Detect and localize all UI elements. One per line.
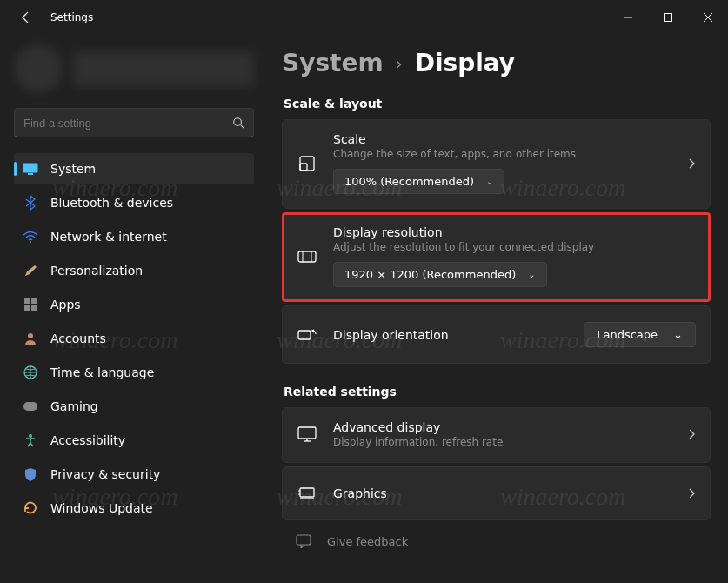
sidebar-item-apps[interactable]: Apps <box>14 289 254 320</box>
svg-rect-20 <box>298 331 311 339</box>
graphics-card[interactable]: Graphics <box>282 466 711 520</box>
resolution-value: 1920 × 1200 (Recommended) <box>344 268 516 281</box>
advanced-title: Advanced display <box>333 420 677 434</box>
profile-text <box>73 51 254 86</box>
svg-rect-8 <box>31 298 37 304</box>
svg-rect-4 <box>23 164 38 173</box>
update-icon <box>23 500 38 516</box>
titlebar: Settings <box>0 0 728 35</box>
svg-point-6 <box>30 241 31 243</box>
orientation-card[interactable]: Display orientation Landscape ⌄ <box>282 305 711 364</box>
resolution-card[interactable]: Display resolution Adjust the resolution… <box>282 212 711 302</box>
search-icon <box>232 117 244 129</box>
svg-rect-1 <box>665 14 672 22</box>
shield-icon <box>23 466 38 482</box>
sidebar-item-update[interactable]: Windows Update <box>14 493 254 524</box>
orientation-title: Display orientation <box>333 328 584 342</box>
search-input[interactable] <box>14 108 254 137</box>
orientation-value: Landscape <box>597 328 658 341</box>
scale-value: 100% (Recommended) <box>344 175 474 188</box>
breadcrumb-parent[interactable]: System <box>282 49 384 77</box>
feedback-icon <box>296 534 311 548</box>
svg-line-3 <box>241 125 244 129</box>
window-title: Settings <box>50 11 93 23</box>
chevron-right-icon <box>687 157 696 170</box>
avatar <box>14 44 63 93</box>
sidebar-item-label: Accessibility <box>50 433 125 447</box>
sidebar-item-personalization[interactable]: Personalization <box>14 255 254 286</box>
svg-rect-17 <box>298 251 316 262</box>
sidebar-item-accounts[interactable]: Accounts <box>14 323 254 354</box>
search-field[interactable] <box>23 117 232 130</box>
close-button[interactable] <box>688 0 728 35</box>
resolution-dropdown[interactable]: 1920 × 1200 (Recommended) ⌄ <box>333 262 547 287</box>
svg-rect-21 <box>298 427 316 439</box>
sidebar-item-label: Bluetooth & devices <box>50 196 173 210</box>
content: System › Display Scale & layout Scale Ch… <box>268 35 728 583</box>
sidebar-item-label: Accounts <box>50 332 106 345</box>
svg-rect-7 <box>24 298 30 304</box>
accessibility-icon <box>23 432 38 448</box>
svg-rect-10 <box>31 305 37 311</box>
sidebar-item-bluetooth[interactable]: Bluetooth & devices <box>14 187 254 218</box>
brush-icon <box>23 263 38 278</box>
graphics-title: Graphics <box>333 486 677 500</box>
scale-icon <box>297 153 317 174</box>
advanced-display-card[interactable]: Advanced display Display information, re… <box>282 407 711 463</box>
sidebar-item-label: Windows Update <box>50 501 153 515</box>
svg-rect-5 <box>28 173 33 175</box>
sidebar-item-label: Personalization <box>50 264 143 278</box>
game-icon <box>23 399 38 414</box>
section-scale-layout-heading: Scale & layout <box>284 97 711 111</box>
chevron-right-icon <box>687 428 696 440</box>
globe-icon <box>23 365 38 380</box>
scale-card[interactable]: Scale Change the size of text, apps, and… <box>282 119 711 209</box>
scale-desc: Change the size of text, apps, and other… <box>333 148 677 160</box>
svg-point-11 <box>28 333 33 338</box>
svg-point-2 <box>234 118 242 126</box>
sidebar-item-label: Privacy & security <box>50 467 160 481</box>
back-button[interactable] <box>16 7 37 28</box>
sidebar-item-system[interactable]: System <box>14 153 254 184</box>
sidebar-item-privacy[interactable]: Privacy & security <box>14 459 254 490</box>
svg-point-14 <box>29 434 32 438</box>
breadcrumb: System › Display <box>282 49 711 77</box>
maximize-button[interactable] <box>648 0 688 35</box>
resolution-icon <box>297 246 317 267</box>
svg-rect-28 <box>297 535 311 545</box>
minimize-button[interactable] <box>608 0 648 35</box>
scale-title: Scale <box>333 132 677 146</box>
sidebar-item-label: Gaming <box>50 399 98 413</box>
svg-rect-24 <box>300 488 314 497</box>
feedback-label: Give feedback <box>327 535 408 548</box>
profile-block <box>14 38 254 99</box>
section-related-heading: Related settings <box>284 385 711 399</box>
sidebar-item-gaming[interactable]: Gaming <box>14 391 254 422</box>
sidebar-item-label: System <box>50 162 96 176</box>
monitor-icon <box>297 424 317 445</box>
sidebar-item-label: Network & internet <box>50 230 167 244</box>
chevron-down-icon: ⌄ <box>673 328 683 341</box>
chevron-down-icon: ⌄ <box>486 177 493 186</box>
apps-icon <box>23 297 38 312</box>
sidebar-item-accessibility[interactable]: Accessibility <box>14 425 254 456</box>
nav: System Bluetooth & devices Network & int… <box>14 153 254 524</box>
orientation-dropdown[interactable]: Landscape ⌄ <box>584 322 696 347</box>
bluetooth-icon <box>23 195 38 211</box>
chevron-right-icon <box>687 487 696 499</box>
advanced-desc: Display information, refresh rate <box>333 436 677 448</box>
sidebar-item-label: Apps <box>50 298 81 312</box>
feedback-link[interactable]: Give feedback <box>282 524 711 548</box>
svg-rect-9 <box>24 305 30 311</box>
sidebar-item-label: Time & language <box>50 365 154 379</box>
resolution-desc: Adjust the resolution to fit your connec… <box>333 241 696 253</box>
scale-dropdown[interactable]: 100% (Recommended) ⌄ <box>333 169 504 194</box>
chevron-right-icon: › <box>396 53 403 74</box>
chevron-down-icon: ⌄ <box>528 270 535 279</box>
wifi-icon <box>23 229 38 245</box>
sidebar: System Bluetooth & devices Network & int… <box>0 35 268 583</box>
sidebar-item-network[interactable]: Network & internet <box>14 221 254 252</box>
display-icon <box>23 161 38 177</box>
graphics-icon <box>297 483 317 504</box>
sidebar-item-time[interactable]: Time & language <box>14 357 254 388</box>
